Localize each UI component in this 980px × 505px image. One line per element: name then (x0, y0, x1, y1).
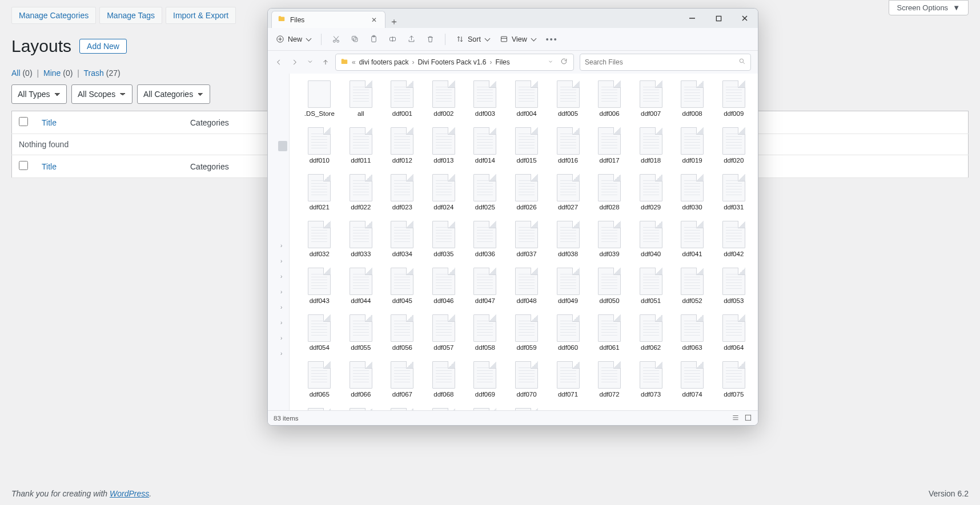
file-item[interactable]: ddf009 (713, 79, 754, 118)
file-item[interactable]: ddf034 (381, 220, 423, 258)
nav-back-icon[interactable] (275, 58, 283, 66)
file-item[interactable]: ddf004 (506, 79, 548, 118)
file-item[interactable]: ddf057 (423, 313, 465, 352)
thumbnails-view-icon[interactable] (744, 414, 752, 423)
file-item[interactable]: ddf059 (506, 313, 548, 352)
file-item[interactable]: ddf066 (340, 360, 382, 399)
nav-up-icon[interactable] (322, 58, 330, 66)
explorer-tab[interactable]: Files ✕ (271, 11, 385, 28)
view-all-link[interactable]: All (11, 68, 21, 78)
file-item[interactable]: ddf070 (506, 360, 548, 399)
file-item[interactable]: ddf001 (381, 79, 423, 118)
file-item[interactable]: ddf020 (713, 126, 754, 165)
file-item[interactable]: ddf031 (713, 173, 754, 212)
file-item[interactable]: ddf046 (423, 266, 465, 305)
file-item[interactable]: ddf015 (506, 126, 548, 165)
file-item[interactable]: ddf053 (713, 266, 754, 305)
screen-options-button[interactable]: Screen Options ▼ (889, 0, 969, 15)
nav-forward-icon[interactable] (291, 58, 299, 66)
filter-types-select[interactable]: All Types (11, 84, 67, 104)
file-item[interactable]: ddf033 (340, 220, 382, 258)
file-item[interactable]: ddf054 (299, 313, 340, 352)
explorer-titlebar[interactable]: Files ✕ ＋ (268, 9, 758, 28)
file-item[interactable]: ddf040 (630, 220, 672, 258)
file-item[interactable]: ddf050 (589, 266, 630, 305)
file-item[interactable]: ddf019 (672, 126, 713, 165)
file-item[interactable]: ddf044 (340, 266, 382, 305)
file-item[interactable]: ddf061 (589, 313, 630, 352)
file-item[interactable]: ddf058 (464, 313, 506, 352)
file-item[interactable]: ddf072 (589, 360, 630, 399)
chevron-right-icon[interactable]: › (280, 243, 282, 249)
chevron-right-icon[interactable]: › (280, 258, 282, 264)
file-item[interactable]: ddf011 (340, 126, 382, 165)
window-minimize-button[interactable] (679, 9, 705, 28)
file-item[interactable]: ddf064 (713, 313, 754, 352)
file-item[interactable]: ddf013 (423, 126, 465, 165)
filter-categories-select[interactable]: All Categories (137, 84, 210, 104)
file-item[interactable]: ddf068 (423, 360, 465, 399)
file-item[interactable]: ddf065 (299, 360, 340, 399)
file-item[interactable]: ddf023 (381, 173, 423, 212)
filter-scopes-select[interactable]: All Scopes (71, 84, 132, 104)
file-item[interactable]: ddf039 (589, 220, 630, 258)
file-pane[interactable]: .DS_Storeallddf001ddf002ddf003ddf004ddf0… (290, 74, 758, 410)
file-item[interactable]: ddf047 (464, 266, 506, 305)
search-icon[interactable] (738, 58, 746, 67)
file-item[interactable]: ddf018 (630, 126, 672, 165)
file-item[interactable]: ddf037 (506, 220, 548, 258)
more-icon[interactable]: ••• (546, 35, 558, 44)
file-item[interactable]: ddf003 (464, 79, 506, 118)
select-all-checkbox-top[interactable] (19, 117, 28, 126)
file-item[interactable]: ddf024 (423, 173, 465, 212)
select-all-checkbox-bottom[interactable] (19, 161, 28, 170)
sort-button[interactable]: Sort (456, 35, 489, 43)
view-trash-link[interactable]: Trash (84, 68, 104, 78)
file-item[interactable]: ddf030 (672, 173, 713, 212)
file-item[interactable]: ddf045 (381, 266, 423, 305)
copy-icon[interactable] (351, 35, 359, 43)
manage-tags-button[interactable]: Manage Tags (99, 7, 162, 24)
search-box[interactable] (580, 54, 751, 71)
paste-icon[interactable] (369, 35, 378, 43)
file-item[interactable]: .DS_Store (299, 79, 340, 118)
file-item[interactable]: ddf051 (630, 266, 672, 305)
file-item[interactable]: ddf029 (630, 173, 672, 212)
breadcrumb-item[interactable]: divi footers pack (359, 58, 409, 66)
sidebar-scrollbar-thumb[interactable] (278, 141, 287, 151)
new-button[interactable]: New (276, 35, 311, 43)
file-item[interactable]: ddf002 (423, 79, 465, 118)
file-item[interactable]: ddf027 (547, 173, 589, 212)
file-item[interactable]: ddf062 (630, 313, 672, 352)
file-item[interactable]: ddf017 (589, 126, 630, 165)
file-item[interactable]: ddf041 (672, 220, 713, 258)
refresh-icon[interactable] (559, 58, 569, 67)
file-item[interactable]: ddf036 (464, 220, 506, 258)
window-close-button[interactable] (732, 9, 758, 28)
file-item[interactable]: ddf035 (423, 220, 465, 258)
chevron-right-icon[interactable]: › (280, 350, 282, 357)
delete-icon[interactable] (426, 35, 435, 43)
manage-categories-button[interactable]: Manage Categories (11, 7, 96, 24)
file-item[interactable]: ddf028 (589, 173, 630, 212)
file-item[interactable]: ddf049 (547, 266, 589, 305)
col-categories-header[interactable]: Categories (190, 118, 229, 127)
chevron-right-icon[interactable]: › (280, 320, 282, 326)
file-item[interactable]: ddf052 (672, 266, 713, 305)
cut-icon[interactable] (332, 35, 340, 43)
col-categories-footer[interactable]: Categories (190, 162, 229, 171)
breadcrumb-item[interactable]: Divi Footers Pack v1.6 (417, 58, 486, 66)
file-item[interactable]: ddf060 (547, 313, 589, 352)
file-item[interactable]: ddf010 (299, 126, 340, 165)
file-item[interactable]: ddf073 (630, 360, 672, 399)
file-item[interactable]: ddf022 (340, 173, 382, 212)
file-item[interactable]: ddf012 (381, 126, 423, 165)
close-tab-icon[interactable]: ✕ (369, 16, 379, 24)
chevron-right-icon[interactable]: › (280, 289, 282, 295)
chevron-right-icon[interactable]: › (280, 273, 282, 280)
file-item[interactable]: ddf016 (547, 126, 589, 165)
file-item[interactable]: ddf006 (589, 79, 630, 118)
col-title-header[interactable]: Title (42, 118, 57, 127)
new-tab-button[interactable]: ＋ (385, 16, 403, 28)
wordpress-link[interactable]: WordPress (110, 489, 149, 498)
